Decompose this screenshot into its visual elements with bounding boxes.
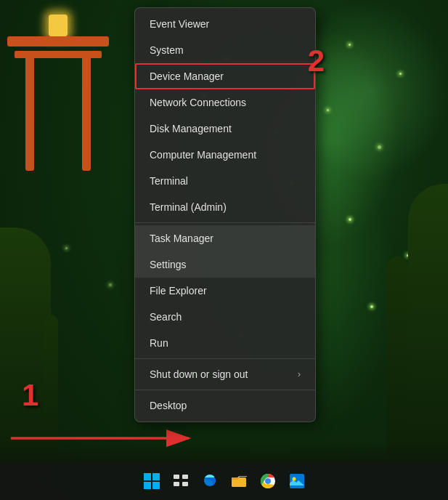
start-button[interactable] — [139, 468, 165, 494]
menu-divider-3 — [135, 390, 315, 390]
taskview-button[interactable] — [168, 468, 194, 494]
file-explorer-button[interactable] — [226, 468, 252, 494]
menu-item-shut-down[interactable]: Shut down or sign out › — [135, 361, 315, 387]
svg-rect-11 — [232, 477, 238, 480]
menu-item-file-explorer[interactable]: File Explorer — [135, 278, 315, 304]
menu-item-settings[interactable]: Settings — [135, 251, 315, 278]
svg-rect-8 — [174, 482, 179, 486]
svg-rect-4 — [144, 482, 151, 489]
menu-item-network-connections[interactable]: Network Connections — [135, 89, 315, 116]
menu-item-desktop[interactable]: Desktop — [135, 392, 315, 419]
menu-item-search[interactable]: Search — [135, 304, 315, 330]
menu-divider-2 — [135, 358, 315, 359]
svg-rect-3 — [152, 473, 160, 480]
svg-rect-7 — [182, 475, 188, 479]
menu-item-disk-management[interactable]: Disk Management — [135, 116, 315, 142]
menu-item-task-manager[interactable]: Task Manager — [135, 225, 315, 251]
menu-item-run[interactable]: Run — [135, 330, 315, 356]
svg-rect-2 — [144, 473, 151, 480]
taskbar — [0, 462, 448, 500]
svg-rect-9 — [182, 482, 188, 486]
menu-item-computer-management[interactable]: Computer Management — [135, 142, 315, 168]
menu-divider-1 — [135, 222, 315, 223]
photos-button[interactable] — [284, 468, 310, 494]
edge-button[interactable] — [197, 468, 223, 494]
svg-point-14 — [266, 479, 270, 483]
torii-gate — [15, 15, 102, 174]
menu-item-system[interactable]: System — [135, 37, 315, 63]
svg-rect-6 — [174, 475, 179, 479]
menu-item-terminal-admin[interactable]: Terminal (Admin) — [135, 194, 315, 220]
menu-item-event-viewer[interactable]: Event Viewer — [135, 11, 315, 37]
context-menu: Event Viewer System Device Manager Netwo… — [134, 7, 316, 422]
submenu-arrow-icon: › — [298, 369, 301, 379]
menu-item-terminal[interactable]: Terminal — [135, 168, 315, 194]
svg-rect-5 — [152, 482, 160, 489]
chrome-button[interactable] — [255, 468, 281, 494]
menu-item-device-manager[interactable]: Device Manager — [135, 63, 315, 89]
